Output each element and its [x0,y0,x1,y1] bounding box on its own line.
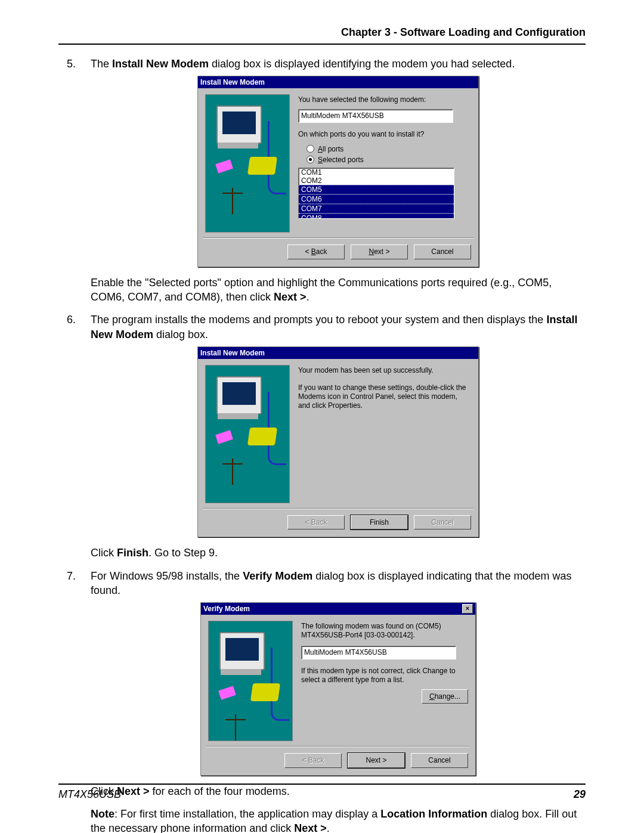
chapter-header: Chapter 3 - Software Loading and Configu… [58,26,586,45]
radio-icon [306,145,314,153]
modem-type-field[interactable]: MultiModem MT4X56USB [301,646,456,659]
wizard-image [205,365,290,503]
install-new-modem-dialog-1: Install New Modem You have selected the … [197,76,479,267]
cancel-button: Cancel [414,515,471,529]
wizard-image [205,94,290,233]
success-text: Your modem has been set up successfully. [298,366,471,375]
dialog-titlebar: Install New Modem [198,347,478,359]
next-button[interactable]: Next > [348,753,405,767]
list-item[interactable]: COM1 [299,168,454,176]
step-text: For Windows 95/98 installs, the Verify M… [91,570,571,596]
back-button: < Back [284,753,342,767]
install-new-modem-dialog-2: Install New Modem Your modem has been se… [197,346,479,537]
radio-icon [306,156,314,163]
found-text: The following modem was found on (COM5) … [301,622,468,640]
cancel-button[interactable]: Cancel [414,244,471,259]
step-number: 7. [67,569,76,583]
verify-modem-dialog: Verify Modem × The following modem was f… [200,602,476,775]
dialog-title: Install New Modem [200,348,265,358]
model-name: MT4X56USB [58,788,121,801]
prompt-text: You have selected the following modem: [298,95,471,104]
dialog-content: You have selected the following modem: M… [298,94,471,233]
change-hint: If this modem type is not correct, click… [301,667,468,685]
step-6: 6. The program installs the modems and p… [91,312,586,560]
ports-prompt: On which ports do you want to install it… [298,130,471,139]
back-button: < Back [287,515,345,529]
step-aftertext: Enable the "Selected ports" option and h… [91,275,586,305]
list-item[interactable]: COM6 [299,194,454,204]
dialog-title: Verify Modem [203,604,250,614]
document-page: Chapter 3 - Software Loading and Configu… [0,0,644,833]
all-ports-radio[interactable]: All ports [298,144,471,154]
list-item[interactable]: COM5 [299,185,454,194]
step-number: 5. [67,57,76,71]
port-listbox[interactable]: COM1 COM2 COM5 COM6 COM7 COM8 [298,168,454,219]
dialog-titlebar: Install New Modem [198,76,478,88]
help-text: If you want to change these settings, do… [298,383,471,410]
page-number: 29 [574,788,586,801]
dialog-titlebar: Verify Modem × [201,603,475,615]
selected-ports-radio[interactable]: Selected ports [298,154,471,165]
close-icon[interactable]: × [462,604,473,614]
page-footer: MT4X56USB 29 [58,784,586,801]
list-item[interactable]: COM2 [299,176,454,185]
wizard-image [208,621,293,741]
selected-modem-field[interactable]: MultiModem MT4X56USB [298,109,453,122]
change-button[interactable]: Change... [422,689,468,704]
step-list: 5. The Install New Modem dialog box is d… [58,57,586,833]
cancel-button[interactable]: Cancel [411,753,468,767]
finish-button[interactable]: Finish [351,515,408,529]
step-aftertext: Click Finish. Go to Step 9. [91,546,586,560]
step-note: Note: For first time installation, the a… [91,807,586,833]
step-number: 6. [67,312,76,327]
step-5: 5. The Install New Modem dialog box is d… [91,57,586,304]
step-text: The Install New Modem dialog box is disp… [91,58,515,70]
list-item[interactable]: COM7 [299,204,454,213]
dialog-content: The following modem was found on (COM5) … [301,621,468,741]
step-text: The program installs the modems and prom… [91,314,577,340]
next-button[interactable]: Next > [351,244,408,259]
list-item[interactable]: COM8 [299,213,454,219]
dialog-content: Your modem has been set up successfully.… [298,365,471,503]
back-button[interactable]: < Back [287,244,345,259]
dialog-title: Install New Modem [200,78,265,87]
